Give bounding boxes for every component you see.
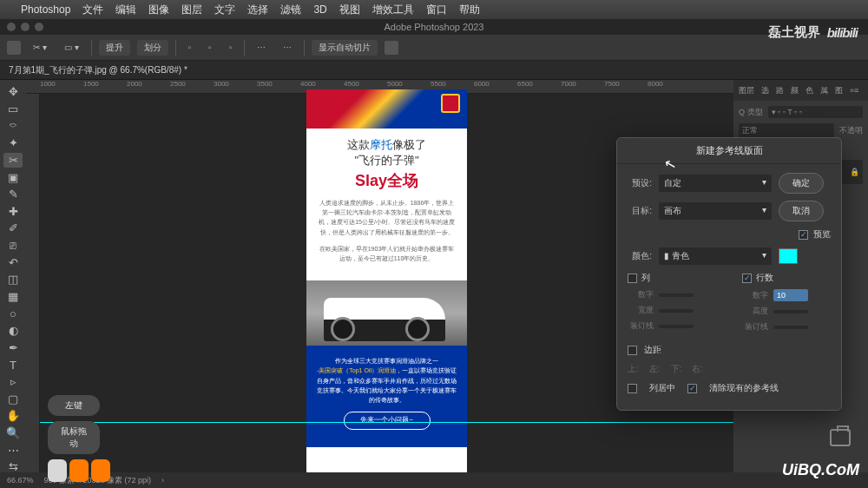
doc-title-1: 这款摩托像极了	[317, 137, 457, 153]
menu-file[interactable]: 文件	[82, 3, 103, 17]
ruler-vertical[interactable]	[26, 94, 40, 488]
chevron-down-icon: ▾	[762, 250, 766, 262]
shape-tool[interactable]: ▢	[3, 392, 23, 407]
target-dropdown[interactable]: 画布▾	[659, 202, 772, 220]
tab-properties[interactable]: 属	[820, 85, 828, 96]
menu-view[interactable]: 视图	[339, 3, 360, 17]
menu-image[interactable]: 图像	[148, 3, 169, 17]
columns-label: 列	[641, 272, 650, 284]
panel-tabs: 图层 选 路 颜 色 属 图 »≡	[733, 80, 868, 101]
row-height-input[interactable]	[773, 310, 808, 313]
tab-paths[interactable]: 路	[776, 85, 784, 96]
brush-tool[interactable]: ✐	[3, 221, 23, 236]
type-tool[interactable]: T	[3, 357, 23, 373]
col-width-input[interactable]	[659, 309, 694, 313]
menu-filter[interactable]: 滤镜	[280, 3, 301, 17]
chip-gray	[48, 459, 67, 482]
ok-button[interactable]: 确定	[779, 173, 824, 194]
tools-panel: ✥ ▭ ⌔ ✦ ✂ ▣ ✎ ✚ ✐ ⎚ ↶ ◫ ▦ ○ ◐ ✒ T ▹ ▢ ✋ …	[0, 80, 26, 488]
col-number-input[interactable]	[659, 293, 694, 297]
panel-menu-icon[interactable]: »≡	[850, 86, 858, 95]
color-dropdown[interactable]: ▮ 青色▾	[659, 247, 772, 265]
center-checkbox[interactable]	[628, 384, 637, 393]
menu-window[interactable]: 窗口	[426, 3, 447, 17]
zoom-tool[interactable]: 🔍	[3, 425, 23, 441]
zoom-level[interactable]: 66.67%	[7, 476, 34, 485]
mac-menubar: Photoshop 文件 编辑 图像 图层 文字 选择 滤镜 3D 视图 增效工…	[0, 0, 868, 19]
row-gutter-input[interactable]	[773, 326, 808, 329]
maximize-icon[interactable]	[35, 23, 43, 31]
new-guide-layout-dialog: 新建参考线版面 预设: 自定▾ 确定 目标: 画布▾ 取消 预览 颜色: ▮ 青…	[616, 137, 842, 411]
history-brush-tool[interactable]: ↶	[3, 254, 23, 270]
menu-3d[interactable]: 3D	[313, 3, 326, 16]
close-icon[interactable]	[7, 23, 16, 31]
opacity-label: 不透明	[839, 125, 863, 136]
tab-channels[interactable]: 选	[761, 85, 769, 96]
preset-dropdown[interactable]: 自定▾	[659, 175, 772, 192]
eraser-tool[interactable]: ◫	[3, 272, 23, 287]
blur-tool[interactable]: ○	[3, 306, 23, 321]
options-bar: ✂ ▾ ▭ ▾ 提升 划分 ▫ ▫ ▫ ⋯ ⋯ 显示自动切片	[0, 35, 868, 61]
tab-swatches[interactable]: 色	[806, 85, 813, 96]
align-left-icon[interactable]: ▫	[183, 41, 197, 54]
move-tool[interactable]: ✥	[3, 84, 23, 100]
status-bar: 66.67% 960 像素 x 20328 像素 (72 ppi) ›	[0, 472, 868, 488]
watermark-brand: 磊土视界 bilibili	[768, 24, 858, 41]
divide-button[interactable]: 划分	[137, 40, 168, 56]
guide-line[interactable]	[40, 422, 733, 423]
lasso-tool[interactable]: ⌔	[3, 118, 23, 134]
col-gutter-input[interactable]	[659, 325, 694, 328]
filter-dropdown[interactable]: ▾ ▫ ▫ T ▫ ▫	[768, 106, 863, 118]
more-tool[interactable]: ⋯	[3, 442, 23, 458]
stamp-tool[interactable]: ⎚	[3, 238, 23, 254]
path-tool[interactable]: ▹	[3, 374, 23, 390]
align-center-icon[interactable]: ▫	[203, 41, 217, 54]
healing-tool[interactable]: ✚	[3, 203, 23, 219]
rows-label: 行数	[756, 272, 773, 284]
clear-label: 清除现有的参考线	[709, 382, 779, 394]
distribute-icon[interactable]: ⋯	[278, 41, 297, 54]
wand-tool[interactable]: ✦	[3, 135, 23, 151]
menu-help[interactable]: 帮助	[459, 3, 480, 17]
cancel-button[interactable]: 取消	[779, 201, 824, 221]
document-artwork: 这款摩托像极了 "飞行的子弹" Slay全场 人类追求速度的脚步，从未止步。18…	[306, 89, 467, 488]
document-tab[interactable]: 7月第1期_飞行的子弹.jpg @ 66.7%(RGB/8#) *	[0, 61, 868, 80]
menu-photoshop[interactable]: Photoshop	[21, 3, 70, 16]
home-icon[interactable]	[7, 41, 21, 55]
tab-libraries[interactable]: 图	[835, 85, 843, 96]
clear-checkbox[interactable]	[687, 384, 697, 393]
chip-orange	[69, 459, 89, 482]
menu-plugins[interactable]: 增效工具	[372, 3, 414, 17]
menu-layer[interactable]: 图层	[181, 3, 202, 17]
preview-checkbox[interactable]	[799, 230, 808, 240]
margin-checkbox[interactable]	[628, 346, 637, 355]
frame-tool[interactable]: ▣	[3, 169, 23, 185]
pen-tool[interactable]: ✒	[3, 340, 23, 356]
menu-edit[interactable]: 编辑	[115, 3, 136, 17]
marquee-tool[interactable]: ▭	[3, 102, 23, 117]
blend-mode-dropdown[interactable]: 正常	[739, 123, 834, 138]
promote-button[interactable]: 提升	[99, 40, 130, 56]
minimize-icon[interactable]	[21, 23, 30, 31]
tab-layers[interactable]: 图层	[739, 85, 754, 96]
slice-tool-icon[interactable]: ✂ ▾	[28, 41, 52, 54]
chevron-right-icon[interactable]: ›	[161, 476, 164, 485]
eyedropper-tool[interactable]: ✎	[3, 187, 23, 202]
dodge-tool[interactable]: ◐	[3, 323, 23, 339]
autoslice-button[interactable]: 显示自动切片	[312, 40, 378, 56]
folder-icon[interactable]	[385, 41, 398, 55]
menu-select[interactable]: 选择	[247, 3, 268, 17]
hand-tool[interactable]: ✋	[3, 408, 23, 424]
divider	[175, 40, 176, 56]
distribute-icon[interactable]: ⋯	[252, 41, 271, 54]
style-dropdown[interactable]: ▭ ▾	[59, 41, 84, 54]
color-swatch[interactable]	[779, 248, 798, 264]
gradient-tool[interactable]: ▦	[3, 289, 23, 305]
menu-type[interactable]: 文字	[214, 3, 235, 17]
columns-checkbox[interactable]	[628, 274, 637, 283]
crop-tool[interactable]: ✂	[3, 153, 23, 168]
rows-checkbox[interactable]	[742, 274, 752, 283]
align-right-icon[interactable]: ▫	[224, 41, 238, 54]
tab-color[interactable]: 颜	[791, 85, 799, 96]
row-number-input[interactable]: 10	[773, 289, 808, 301]
